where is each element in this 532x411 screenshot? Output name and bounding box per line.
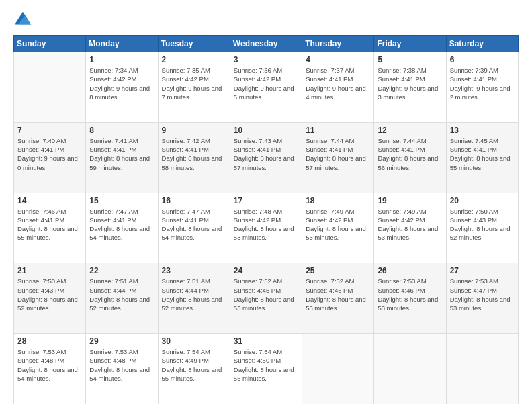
day-number: 6	[450, 55, 515, 64]
day-number: 4	[306, 55, 370, 64]
day-number: 21	[17, 266, 82, 275]
daylight-text: Daylight: 8 hours and 52 minutes.	[450, 224, 515, 242]
day-header-saturday: Saturday	[446, 36, 518, 52]
sunrise-text: Sunrise: 7:53 AM	[17, 347, 82, 356]
sunset-text: Sunset: 4:48 PM	[89, 356, 154, 365]
sunrise-text: Sunrise: 7:54 AM	[234, 347, 298, 356]
calendar-cell: 9Sunrise: 7:42 AMSunset: 4:41 PMDaylight…	[158, 122, 230, 193]
calendar-cell: 6Sunrise: 7:39 AMSunset: 4:41 PMDaylight…	[446, 52, 518, 123]
day-number: 31	[234, 336, 298, 346]
calendar-cell: 31Sunrise: 7:54 AMSunset: 4:50 PMDayligh…	[230, 334, 302, 404]
sunset-text: Sunset: 4:46 PM	[306, 286, 370, 295]
calendar-cell: 24Sunrise: 7:52 AMSunset: 4:45 PMDayligh…	[230, 263, 302, 334]
calendar-cell: 5Sunrise: 7:38 AMSunset: 4:41 PMDaylight…	[374, 52, 446, 123]
sunset-text: Sunset: 4:41 PM	[378, 145, 442, 154]
sunrise-text: Sunrise: 7:41 AM	[89, 136, 154, 145]
day-number: 9	[162, 126, 226, 135]
calendar-cell	[14, 52, 86, 123]
daylight-text: Daylight: 8 hours and 53 minutes.	[306, 224, 370, 242]
sunset-text: Sunset: 4:44 PM	[89, 286, 154, 295]
sunset-text: Sunset: 4:49 PM	[162, 356, 226, 365]
calendar-week-1: 1Sunrise: 7:34 AMSunset: 4:42 PMDaylight…	[14, 52, 519, 123]
sunset-text: Sunset: 4:41 PM	[306, 75, 370, 83]
calendar-cell: 28Sunrise: 7:53 AMSunset: 4:48 PMDayligh…	[14, 334, 86, 404]
sunset-text: Sunset: 4:41 PM	[306, 145, 370, 154]
day-header-wednesday: Wednesday	[230, 36, 302, 52]
sunset-text: Sunset: 4:42 PM	[378, 216, 442, 224]
daylight-text: Daylight: 8 hours and 53 minutes.	[378, 295, 442, 313]
day-number: 13	[450, 126, 515, 135]
sunrise-text: Sunrise: 7:50 AM	[17, 277, 82, 285]
sunset-text: Sunset: 4:48 PM	[17, 356, 82, 365]
daylight-text: Daylight: 9 hours and 2 minutes.	[450, 84, 515, 102]
calendar-cell: 19Sunrise: 7:49 AMSunset: 4:42 PMDayligh…	[374, 193, 446, 263]
day-number: 25	[306, 266, 370, 275]
sunrise-text: Sunrise: 7:42 AM	[162, 136, 226, 145]
daylight-text: Daylight: 8 hours and 53 minutes.	[450, 295, 515, 313]
calendar-cell: 21Sunrise: 7:50 AMSunset: 4:43 PMDayligh…	[14, 263, 86, 334]
daylight-text: Daylight: 8 hours and 57 minutes.	[234, 154, 298, 172]
sunset-text: Sunset: 4:42 PM	[89, 75, 154, 83]
day-number: 12	[378, 126, 442, 135]
sunset-text: Sunset: 4:41 PM	[450, 75, 515, 83]
day-header-monday: Monday	[86, 36, 158, 52]
calendar-cell: 14Sunrise: 7:46 AMSunset: 4:41 PMDayligh…	[14, 193, 86, 263]
calendar-week-2: 7Sunrise: 7:40 AMSunset: 4:41 PMDaylight…	[14, 122, 519, 193]
daylight-text: Daylight: 8 hours and 56 minutes.	[378, 154, 442, 172]
calendar-cell	[374, 334, 446, 404]
sunset-text: Sunset: 4:41 PM	[17, 145, 82, 154]
daylight-text: Daylight: 8 hours and 52 minutes.	[162, 295, 226, 313]
calendar-cell: 3Sunrise: 7:36 AMSunset: 4:42 PMDaylight…	[230, 52, 302, 123]
daylight-text: Daylight: 8 hours and 59 minutes.	[89, 154, 154, 172]
day-number: 22	[89, 266, 154, 275]
calendar-cell: 26Sunrise: 7:53 AMSunset: 4:46 PMDayligh…	[374, 263, 446, 334]
header	[13, 11, 519, 30]
sunrise-text: Sunrise: 7:34 AM	[89, 66, 154, 75]
day-number: 26	[378, 266, 442, 275]
day-number: 11	[306, 126, 370, 135]
sunset-text: Sunset: 4:43 PM	[450, 216, 515, 224]
day-number: 14	[17, 196, 82, 205]
daylight-text: Daylight: 8 hours and 58 minutes.	[162, 154, 226, 172]
sunrise-text: Sunrise: 7:49 AM	[306, 207, 370, 216]
calendar-cell: 1Sunrise: 7:34 AMSunset: 4:42 PMDaylight…	[86, 52, 158, 123]
calendar-cell: 27Sunrise: 7:53 AMSunset: 4:47 PMDayligh…	[446, 263, 518, 334]
sunrise-text: Sunrise: 7:47 AM	[89, 207, 154, 216]
day-number: 20	[450, 196, 515, 205]
calendar-cell: 4Sunrise: 7:37 AMSunset: 4:41 PMDaylight…	[302, 52, 374, 123]
daylight-text: Daylight: 8 hours and 53 minutes.	[234, 295, 298, 313]
calendar-week-4: 21Sunrise: 7:50 AMSunset: 4:43 PMDayligh…	[14, 263, 519, 334]
sunset-text: Sunset: 4:41 PM	[378, 75, 442, 83]
day-header-thursday: Thursday	[302, 36, 374, 52]
sunset-text: Sunset: 4:50 PM	[234, 356, 298, 365]
sunrise-text: Sunrise: 7:53 AM	[378, 277, 442, 285]
sunrise-text: Sunrise: 7:47 AM	[162, 207, 226, 216]
calendar-cell: 8Sunrise: 7:41 AMSunset: 4:41 PMDaylight…	[86, 122, 158, 193]
sunrise-text: Sunrise: 7:46 AM	[17, 207, 82, 216]
sunrise-text: Sunrise: 7:39 AM	[450, 66, 515, 75]
calendar-cell: 22Sunrise: 7:51 AMSunset: 4:44 PMDayligh…	[86, 263, 158, 334]
calendar-cell: 20Sunrise: 7:50 AMSunset: 4:43 PMDayligh…	[446, 193, 518, 263]
sunrise-text: Sunrise: 7:43 AM	[234, 136, 298, 145]
day-number: 16	[162, 196, 226, 205]
calendar-cell: 15Sunrise: 7:47 AMSunset: 4:41 PMDayligh…	[86, 193, 158, 263]
sunrise-text: Sunrise: 7:44 AM	[378, 136, 442, 145]
logo	[13, 11, 35, 30]
sunrise-text: Sunrise: 7:37 AM	[306, 66, 370, 75]
calendar-cell: 2Sunrise: 7:35 AMSunset: 4:42 PMDaylight…	[158, 52, 230, 123]
calendar-cell: 17Sunrise: 7:48 AMSunset: 4:42 PMDayligh…	[230, 193, 302, 263]
sunset-text: Sunset: 4:41 PM	[234, 145, 298, 154]
calendar-cell: 18Sunrise: 7:49 AMSunset: 4:42 PMDayligh…	[302, 193, 374, 263]
calendar-week-5: 28Sunrise: 7:53 AMSunset: 4:48 PMDayligh…	[14, 334, 519, 404]
sunrise-text: Sunrise: 7:50 AM	[450, 207, 515, 216]
sunset-text: Sunset: 4:41 PM	[450, 145, 515, 154]
daylight-text: Daylight: 9 hours and 0 minutes.	[17, 154, 82, 172]
day-number: 17	[234, 196, 298, 205]
day-number: 10	[234, 126, 298, 135]
daylight-text: Daylight: 8 hours and 54 minutes.	[89, 224, 154, 242]
calendar-cell: 13Sunrise: 7:45 AMSunset: 4:41 PMDayligh…	[446, 122, 518, 193]
daylight-text: Daylight: 8 hours and 55 minutes.	[162, 365, 226, 383]
page: SundayMondayTuesdayWednesdayThursdayFrid…	[0, 0, 532, 411]
daylight-text: Daylight: 9 hours and 3 minutes.	[378, 84, 442, 102]
sunrise-text: Sunrise: 7:52 AM	[234, 277, 298, 285]
